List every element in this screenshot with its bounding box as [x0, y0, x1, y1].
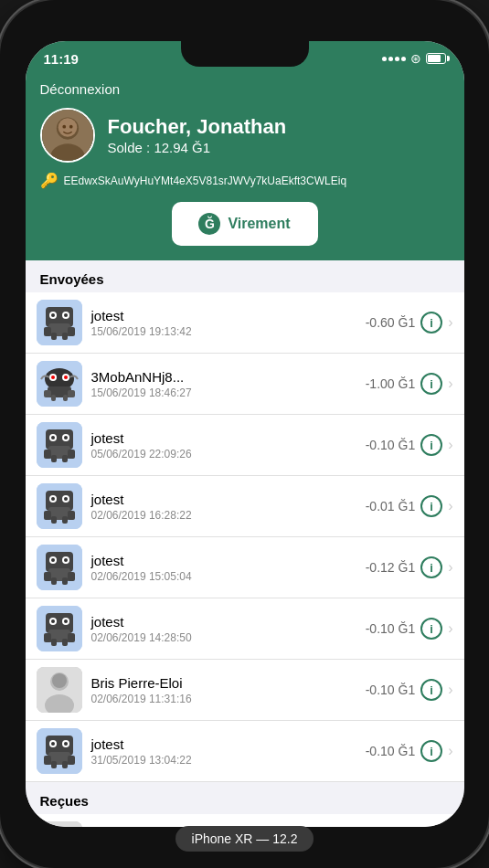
tx-avatar [37, 361, 82, 407]
svg-rect-58 [68, 572, 75, 581]
header: Déconnexion [26, 74, 464, 260]
svg-rect-59 [51, 577, 57, 585]
tx-right: -0.10 Ğ1 i › [366, 679, 453, 701]
info-button[interactable]: i [420, 740, 442, 762]
wallet-address: EEdwxSkAuWyHuYMt4eX5V81srJWVy7kUaEkft3CW… [64, 175, 347, 187]
tx-amount: -1.00 Ğ1 [366, 376, 415, 391]
tx-avatar [37, 821, 82, 827]
chevron-icon: › [448, 314, 452, 331]
tx-amount: -0.10 Ğ1 [366, 683, 415, 697]
tx-date: 02/06/2019 16:28:22 [91, 509, 356, 522]
svg-rect-46 [44, 511, 51, 520]
tx-avatar [37, 728, 82, 774]
deconnexion-button[interactable]: Déconnexion [40, 81, 121, 97]
status-icons: ⊛ [382, 51, 446, 66]
svg-rect-57 [44, 572, 51, 581]
tx-amount: -0.10 Ğ1 [366, 744, 415, 758]
transaction-item[interactable]: Bris Pierre-Eloi 02/04/2019 09:55:58 5.0… [26, 814, 464, 827]
phone-frame: 11:19 ⊛ Déconnexion [0, 0, 489, 868]
chevron-icon: › [448, 620, 452, 637]
tx-right: -0.10 Ğ1 i › [366, 434, 453, 456]
virement-icon: Ğ [198, 213, 220, 235]
svg-rect-25 [68, 390, 75, 397]
info-button[interactable]: i [420, 556, 442, 578]
svg-point-54 [51, 558, 55, 562]
chevron-icon: › [448, 498, 452, 514]
tx-right: -0.12 Ğ1 i › [366, 556, 453, 578]
wallet-row: 🔑 EEdwxSkAuWyHuYMt4eX5V81srJWVy7kUaEkft3… [40, 172, 450, 189]
wifi-icon: ⊛ [410, 51, 421, 66]
info-button[interactable]: i [420, 434, 442, 456]
monster-avatar [37, 361, 82, 407]
tx-name: jotest [91, 553, 356, 568]
tx-avatar [37, 300, 82, 345]
svg-point-32 [51, 436, 55, 439]
svg-rect-86 [62, 761, 68, 768]
tx-amount: -0.10 Ğ1 [366, 621, 415, 636]
phone-screen: 11:19 ⊛ Déconnexion [26, 41, 464, 827]
monster-avatar [37, 483, 82, 529]
virement-label: Virement [228, 216, 290, 232]
svg-point-75 [52, 673, 67, 688]
profile-info: Foucher, Jonathan Solde : 12.94 Ğ1 [108, 115, 450, 154]
svg-point-4 [62, 125, 66, 129]
tx-amount: -0.10 Ğ1 [366, 438, 415, 452]
tx-date: 02/06/2019 14:28:50 [91, 631, 356, 644]
chevron-icon: › [448, 376, 452, 392]
transaction-item[interactable]: jotest 05/06/2019 22:09:26 -0.10 Ğ1 i › [26, 415, 464, 476]
svg-rect-27 [63, 395, 68, 401]
svg-rect-38 [62, 455, 68, 462]
svg-rect-84 [68, 756, 75, 765]
tx-info: jotest 02/06/2019 14:28:50 [91, 614, 356, 644]
info-button[interactable]: i [420, 495, 442, 517]
tx-name: jotest [91, 492, 356, 507]
tx-name: jotest [91, 430, 356, 446]
profile-name: Foucher, Jonathan [108, 115, 450, 139]
tx-date: 15/06/2019 19:13:42 [91, 325, 356, 338]
transaction-item[interactable]: jotest 02/06/2019 15:05:04 -0.12 Ğ1 i › [26, 537, 464, 598]
avatar-image [42, 110, 93, 161]
transaction-item[interactable]: Bris Pierre-Eloi 02/06/2019 11:31:16 -0.… [26, 660, 464, 721]
tx-info: 3MobAnNHj8... 15/06/2019 18:46:27 [91, 369, 356, 399]
svg-rect-16 [62, 333, 68, 340]
monster-avatar [37, 606, 82, 651]
info-button[interactable]: i [420, 679, 442, 701]
tx-date: 02/06/2019 15:05:04 [91, 570, 356, 583]
info-button[interactable]: i [420, 373, 442, 395]
transaction-item[interactable]: jotest 02/06/2019 14:28:50 -0.10 Ğ1 i › [26, 598, 464, 660]
tx-info: Bris Pierre-Eloi 02/06/2019 11:31:16 [91, 675, 356, 705]
tx-info: jotest 15/06/2019 19:13:42 [91, 308, 356, 338]
avatar [40, 108, 95, 163]
transaction-item[interactable]: jotest 02/06/2019 16:28:22 -0.01 Ğ1 i › [26, 476, 464, 537]
tx-date: 05/06/2019 22:09:26 [91, 448, 356, 460]
tx-date: 02/06/2019 11:31:16 [91, 693, 356, 705]
virement-button[interactable]: Ğ Virement [172, 202, 318, 246]
chevron-icon: › [448, 437, 452, 453]
svg-point-21 [51, 376, 55, 379]
received-section-header: Reçues [26, 782, 464, 814]
svg-point-33 [64, 436, 68, 439]
transaction-item[interactable]: jotest 15/06/2019 19:13:42 -0.60 Ğ1 i › [26, 292, 464, 354]
transaction-item[interactable]: 3MobAnNHj8... 15/06/2019 18:46:27 -1.00 … [26, 354, 464, 415]
svg-point-22 [64, 376, 68, 379]
tx-amount: -0.12 Ğ1 [366, 560, 415, 575]
monster-avatar [37, 545, 82, 590]
tx-amount: -0.60 Ğ1 [366, 315, 415, 330]
person-avatar [37, 667, 82, 713]
tx-amount: -0.01 Ğ1 [366, 499, 415, 513]
tx-right: -0.60 Ğ1 i › [366, 312, 453, 333]
status-time: 11:19 [44, 51, 79, 67]
tx-name: jotest [91, 736, 356, 752]
info-button[interactable]: i [420, 312, 442, 333]
monster-avatar [37, 728, 82, 774]
svg-rect-60 [62, 577, 68, 585]
info-button[interactable]: i [420, 618, 442, 640]
transaction-item[interactable]: jotest 31/05/2019 13:04:22 -0.10 Ğ1 i › [26, 721, 464, 782]
svg-rect-83 [44, 756, 51, 765]
tx-name: 3MobAnNHj8... [91, 369, 356, 385]
tx-right: -0.01 Ğ1 i › [366, 495, 453, 517]
svg-rect-49 [62, 516, 68, 524]
svg-rect-47 [68, 511, 75, 520]
svg-rect-35 [44, 450, 51, 459]
svg-rect-36 [68, 450, 75, 459]
